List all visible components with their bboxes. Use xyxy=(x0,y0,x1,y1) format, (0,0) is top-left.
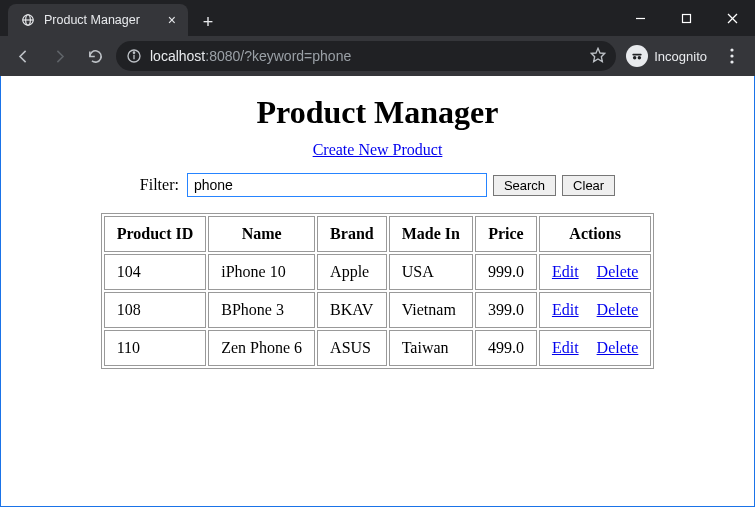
cell-id: 104 xyxy=(104,254,207,290)
edit-link[interactable]: Edit xyxy=(552,339,579,356)
cell-name: Zen Phone 6 xyxy=(208,330,315,366)
bookmark-star-icon[interactable] xyxy=(590,47,606,66)
close-tab-icon[interactable]: × xyxy=(168,13,176,27)
svg-rect-4 xyxy=(682,14,690,22)
url-path: :8080/?keyword=phone xyxy=(205,48,351,64)
site-info-icon[interactable] xyxy=(126,48,142,64)
col-name: Name xyxy=(208,216,315,252)
cell-price: 399.0 xyxy=(475,292,537,328)
incognito-label: Incognito xyxy=(654,49,707,64)
incognito-icon xyxy=(626,45,648,67)
delete-link[interactable]: Delete xyxy=(597,263,639,280)
col-actions: Actions xyxy=(539,216,651,252)
cell-id: 108 xyxy=(104,292,207,328)
cell-price: 499.0 xyxy=(475,330,537,366)
cell-name: BPhone 3 xyxy=(208,292,315,328)
table-header-row: Product ID Name Brand Made In Price Acti… xyxy=(104,216,652,252)
cell-actions: EditDelete xyxy=(539,330,651,366)
page-viewport: Product Manager Create New Product Filte… xyxy=(0,76,755,507)
cell-made_in: Vietnam xyxy=(389,292,473,328)
svg-point-9 xyxy=(133,52,134,53)
cell-brand: ASUS xyxy=(317,330,387,366)
svg-point-16 xyxy=(730,60,733,63)
forward-button[interactable] xyxy=(44,41,74,71)
svg-point-14 xyxy=(730,48,733,51)
search-button[interactable]: Search xyxy=(493,175,556,196)
reload-button[interactable] xyxy=(80,41,110,71)
col-product-id: Product ID xyxy=(104,216,207,252)
filter-input[interactable] xyxy=(187,173,487,197)
cell-price: 999.0 xyxy=(475,254,537,290)
globe-icon xyxy=(20,12,36,28)
tab-title: Product Manager xyxy=(44,13,140,27)
svg-point-11 xyxy=(633,56,637,60)
cell-made_in: USA xyxy=(389,254,473,290)
svg-marker-10 xyxy=(592,48,605,61)
cell-actions: EditDelete xyxy=(539,254,651,290)
table-row: 108BPhone 3BKAVVietnam399.0EditDelete xyxy=(104,292,652,328)
svg-point-12 xyxy=(638,56,642,60)
browser-chrome: Product Manager × + xyxy=(0,0,755,76)
page-title: Product Manager xyxy=(1,94,754,131)
toolbar: localhost:8080/?keyword=phone Incognito xyxy=(0,36,755,76)
incognito-indicator[interactable]: Incognito xyxy=(622,45,711,67)
delete-link[interactable]: Delete xyxy=(597,339,639,356)
table-row: 110Zen Phone 6ASUSTaiwan499.0EditDelete xyxy=(104,330,652,366)
col-brand: Brand xyxy=(317,216,387,252)
tab-bar: Product Manager × + xyxy=(0,0,755,36)
address-bar[interactable]: localhost:8080/?keyword=phone xyxy=(116,41,616,71)
close-window-button[interactable] xyxy=(709,3,755,33)
svg-rect-13 xyxy=(633,54,642,56)
svg-point-15 xyxy=(730,54,733,57)
filter-label: Filter: xyxy=(140,176,179,194)
create-product-link[interactable]: Create New Product xyxy=(313,141,443,158)
edit-link[interactable]: Edit xyxy=(552,301,579,318)
window-controls xyxy=(617,0,755,36)
cell-name: iPhone 10 xyxy=(208,254,315,290)
table-row: 104iPhone 10AppleUSA999.0EditDelete xyxy=(104,254,652,290)
menu-button[interactable] xyxy=(717,41,747,71)
cell-id: 110 xyxy=(104,330,207,366)
page-content: Product Manager Create New Product Filte… xyxy=(1,94,754,369)
url-host: localhost xyxy=(150,48,205,64)
delete-link[interactable]: Delete xyxy=(597,301,639,318)
cell-made_in: Taiwan xyxy=(389,330,473,366)
edit-link[interactable]: Edit xyxy=(552,263,579,280)
back-button[interactable] xyxy=(8,41,38,71)
cell-brand: Apple xyxy=(317,254,387,290)
filter-form: Filter: Search Clear xyxy=(1,173,754,197)
col-price: Price xyxy=(475,216,537,252)
products-table: Product ID Name Brand Made In Price Acti… xyxy=(101,213,655,369)
clear-button[interactable]: Clear xyxy=(562,175,615,196)
maximize-button[interactable] xyxy=(663,3,709,33)
browser-tab[interactable]: Product Manager × xyxy=(8,4,188,36)
url-text: localhost:8080/?keyword=phone xyxy=(150,48,351,64)
minimize-button[interactable] xyxy=(617,3,663,33)
col-made-in: Made In xyxy=(389,216,473,252)
new-tab-button[interactable]: + xyxy=(194,8,222,36)
cell-actions: EditDelete xyxy=(539,292,651,328)
cell-brand: BKAV xyxy=(317,292,387,328)
